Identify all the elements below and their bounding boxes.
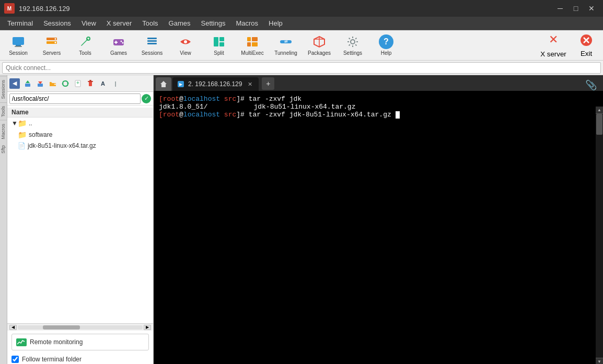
term-user-1: root bbox=[163, 95, 179, 103]
svg-rect-22 bbox=[247, 42, 251, 46]
tunneling-icon: ⇄ bbox=[279, 34, 293, 49]
terminal-scroll-track[interactable] bbox=[596, 114, 603, 358]
tree-item-jdk-tar[interactable]: 📄 jdk-8u51-linux-x64.tar.gz bbox=[7, 140, 153, 151]
xserver-button[interactable]: ✕× X server bbox=[537, 32, 570, 58]
quick-connect-input[interactable] bbox=[2, 62, 601, 74]
svg-rect-13 bbox=[147, 38, 157, 39]
menu-macros[interactable]: Macros bbox=[230, 18, 263, 28]
packages-label: Packages bbox=[308, 50, 331, 56]
maximize-button[interactable]: □ bbox=[569, 3, 583, 14]
terminal-content[interactable]: [root@localhost src]# tar -zxvf jdk jdk1… bbox=[154, 91, 603, 364]
menu-tools[interactable]: Tools bbox=[137, 18, 163, 28]
svg-text:×: × bbox=[550, 33, 557, 46]
terminal-scroll-thumb bbox=[596, 114, 602, 135]
menu-terminal[interactable]: Terminal bbox=[2, 18, 38, 28]
terminal-scroll-up[interactable]: ▲ bbox=[596, 107, 603, 114]
tree-item-jdk-label: jdk-8u51-linux-x64.tar.gz bbox=[28, 142, 96, 149]
app-icon: M bbox=[4, 3, 15, 14]
packages-button[interactable]: Packages bbox=[304, 32, 334, 58]
term-output-tar: jdk-8u51-linux-x64.tar.gz bbox=[253, 103, 355, 111]
view-button[interactable]: View bbox=[170, 32, 201, 58]
active-tab[interactable]: ▶ 2. 192.168.126.129 ✕ bbox=[172, 77, 259, 91]
games-button[interactable]: Games bbox=[103, 32, 134, 58]
tab-home-button[interactable] bbox=[156, 77, 171, 91]
svg-rect-20 bbox=[247, 37, 251, 41]
file-tool-newfile[interactable]: + bbox=[72, 78, 84, 89]
menu-view[interactable]: View bbox=[76, 18, 101, 28]
minimize-button[interactable]: ─ bbox=[553, 3, 567, 14]
terminal-line-2: jdk1.8.0_51/ jdk-8u51-linux-x64.tar.gz bbox=[159, 103, 594, 111]
menu-xserver[interactable]: X server bbox=[101, 18, 137, 28]
split-button[interactable]: Split bbox=[204, 32, 234, 58]
sessions-toolbar-label: Sessions bbox=[142, 50, 163, 56]
toolbar: Session Servers Tools Games Sessions Vie… bbox=[0, 30, 603, 61]
file-tool-text[interactable]: A bbox=[97, 78, 109, 89]
exit-button[interactable]: Exit bbox=[573, 32, 600, 58]
file-tool-newfolder[interactable]: + bbox=[47, 78, 59, 89]
session-label: Session bbox=[9, 50, 28, 56]
tree-item-dotdot[interactable]: ▼ 📁 .. bbox=[7, 118, 153, 129]
path-input[interactable] bbox=[9, 93, 141, 104]
settings-button[interactable]: Settings bbox=[338, 32, 368, 58]
path-confirm-button[interactable]: ✓ bbox=[142, 94, 151, 103]
tunneling-button[interactable]: ⇄ Tunneling bbox=[271, 32, 301, 58]
svg-text:⇄: ⇄ bbox=[284, 39, 288, 44]
tools-button[interactable]: Tools bbox=[70, 32, 100, 58]
scroll-track[interactable] bbox=[18, 325, 143, 330]
svg-point-12 bbox=[122, 42, 124, 44]
terminal-scrollbar: ▲ ▼ bbox=[596, 107, 603, 364]
split-icon bbox=[212, 34, 226, 49]
remote-monitoring-button[interactable]: Remote monitoring bbox=[11, 334, 149, 350]
file-tool-upload[interactable] bbox=[22, 78, 33, 89]
folder-icon-software: 📁 bbox=[18, 131, 27, 139]
scroll-left-button[interactable]: ◀ bbox=[9, 325, 17, 330]
title-bar: M 192.168.126.129 ─ □ ✕ bbox=[0, 0, 603, 17]
menu-games[interactable]: Games bbox=[164, 18, 196, 28]
quick-connect-bar bbox=[0, 61, 603, 75]
vert-tab-sessions[interactable]: Sessions bbox=[0, 76, 7, 102]
vert-tab-tools[interactable]: Tools bbox=[0, 102, 7, 120]
file-tool-refresh[interactable] bbox=[60, 78, 71, 89]
xserver-label: X server bbox=[540, 50, 566, 58]
menu-help[interactable]: Help bbox=[263, 18, 288, 28]
svg-marker-47 bbox=[160, 81, 167, 87]
menu-sessions[interactable]: Sessions bbox=[38, 18, 76, 28]
settings-label: Settings bbox=[343, 50, 362, 56]
terminal-scroll-down[interactable]: ▼ bbox=[596, 358, 603, 364]
tab-status-icon: ▶ bbox=[178, 81, 184, 87]
vert-tab-macros[interactable]: Macros bbox=[0, 120, 7, 143]
games-icon bbox=[111, 34, 126, 49]
file-tool-properties[interactable]: | bbox=[110, 78, 121, 89]
close-button[interactable]: ✕ bbox=[584, 3, 599, 14]
svg-rect-23 bbox=[252, 42, 258, 46]
term-bracket-1: ]# bbox=[236, 95, 245, 103]
terminal-cursor bbox=[396, 111, 400, 119]
scroll-right-button[interactable]: ▶ bbox=[144, 325, 151, 330]
help-button[interactable]: ? Help bbox=[371, 32, 401, 58]
svg-rect-2 bbox=[15, 46, 22, 47]
file-tool-delete[interactable] bbox=[85, 78, 96, 89]
file-tree: Name ▼ 📁 .. 📁 software 📄 jdk-8u51-linux-… bbox=[7, 105, 153, 323]
svg-text:+: + bbox=[76, 80, 79, 86]
menu-settings[interactable]: Settings bbox=[196, 18, 231, 28]
multiexec-button[interactable]: MultiExec bbox=[237, 32, 268, 58]
tree-header: Name bbox=[7, 108, 153, 118]
tools-icon bbox=[78, 34, 92, 49]
tree-item-software[interactable]: 📁 software bbox=[7, 129, 153, 140]
term-cmd-3: tar -zxvf jdk-8u51-linux-x64.tar.gz bbox=[245, 111, 396, 119]
monitor-icon bbox=[16, 338, 27, 346]
collapse-panel-button[interactable]: ◀ bbox=[9, 78, 20, 89]
vert-tab-sftp[interactable]: Sftp bbox=[0, 142, 7, 157]
tab-close-button[interactable]: ✕ bbox=[246, 80, 253, 88]
toolbar-right: ✕× X server Exit bbox=[537, 32, 600, 58]
svg-point-5 bbox=[55, 38, 56, 40]
file-tool-download[interactable] bbox=[34, 78, 46, 89]
session-button[interactable]: Session bbox=[3, 32, 33, 58]
follow-terminal-checkbox[interactable] bbox=[11, 356, 19, 363]
servers-button[interactable]: Servers bbox=[37, 32, 67, 58]
tab-add-button[interactable]: + bbox=[262, 77, 274, 90]
sessions-toolbar-button[interactable]: Sessions bbox=[137, 32, 167, 58]
tree-col-name: Name bbox=[11, 109, 29, 116]
active-tab-label: 2. 192.168.126.129 bbox=[188, 80, 242, 88]
svg-marker-36 bbox=[26, 80, 30, 83]
